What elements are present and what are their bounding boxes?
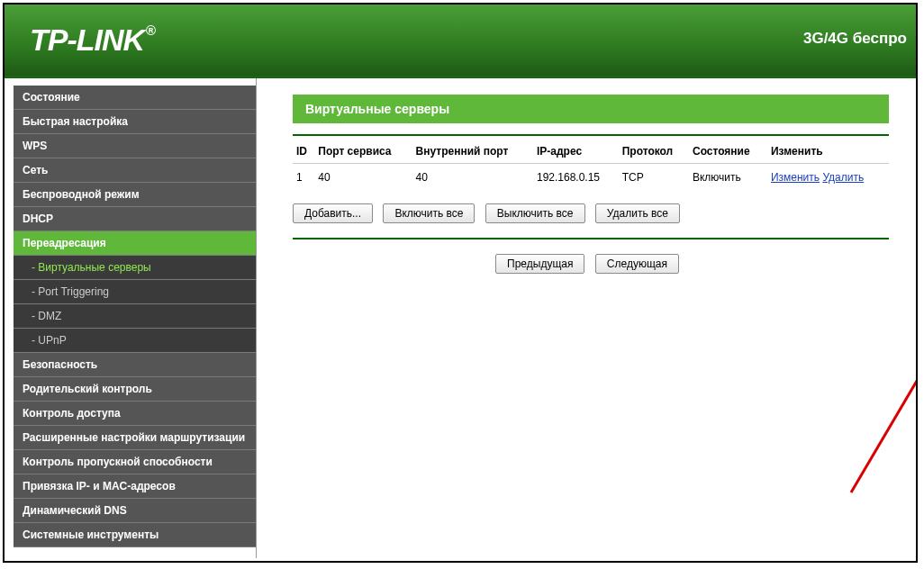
- registered-icon: ®: [146, 23, 155, 38]
- cell-ip: 192.168.0.15: [533, 164, 619, 192]
- sidebar-item-parental[interactable]: Родительский контроль: [14, 377, 256, 402]
- edit-link[interactable]: Изменить: [771, 171, 820, 184]
- cell-protocol: TCP: [619, 164, 689, 192]
- page-title: Виртуальные серверы: [293, 95, 889, 123]
- nav-row: Предыдущая Следующая: [293, 254, 889, 274]
- delete-all-button[interactable]: Удалить все: [595, 203, 680, 223]
- sidebar-item-routing[interactable]: Расширенные настройки маршрутизации: [14, 426, 256, 450]
- model-text: 3G/4G беспро: [803, 30, 907, 48]
- sidebar-item-virtual-servers[interactable]: - Виртуальные серверы: [14, 256, 256, 280]
- sidebar-item-access-control[interactable]: Контроль доступа: [14, 402, 256, 426]
- sidebar-item-dyndns[interactable]: Динамический DNS: [14, 499, 256, 523]
- sidebar-item-network[interactable]: Сеть: [14, 158, 256, 183]
- sidebar-item-wireless[interactable]: Беспроводной режим: [14, 183, 256, 207]
- next-button[interactable]: Следующая: [595, 254, 679, 274]
- cell-service-port: 40: [314, 164, 412, 192]
- col-internal-port: Внутренний порт: [412, 140, 533, 164]
- virtual-servers-table: ID Порт сервиса Внутренний порт IP-адрес…: [293, 140, 889, 191]
- sidebar-item-dhcp[interactable]: DHCP: [14, 207, 256, 231]
- sidebar-item-dmz[interactable]: - DMZ: [14, 304, 256, 329]
- sidebar-item-quick-setup[interactable]: Быстрая настройка: [14, 110, 256, 134]
- sidebar-item-port-triggering[interactable]: - Port Triggering: [14, 280, 256, 304]
- col-modify: Изменить: [767, 140, 889, 164]
- delete-link[interactable]: Удалить: [822, 171, 864, 184]
- table-header-row: ID Порт сервиса Внутренний порт IP-адрес…: [293, 140, 889, 164]
- divider: [293, 134, 889, 136]
- disable-all-button[interactable]: Выключить все: [485, 203, 585, 223]
- sidebar-item-system-tools[interactable]: Системные инструменты: [14, 523, 256, 547]
- col-protocol: Протокол: [619, 140, 689, 164]
- divider: [293, 238, 889, 239]
- add-button[interactable]: Добавить...: [293, 203, 373, 223]
- sidebar: Состояние Быстрая настройка WPS Сеть Бес…: [5, 78, 257, 558]
- enable-all-button[interactable]: Включить все: [383, 203, 475, 223]
- sidebar-item-security[interactable]: Безопасность: [14, 353, 256, 377]
- button-row: Добавить... Включить все Выключить все У…: [293, 203, 889, 223]
- menu-list: Состояние Быстрая настройка WPS Сеть Бес…: [14, 86, 256, 547]
- cell-status: Включить: [689, 164, 767, 192]
- sidebar-item-wps[interactable]: WPS: [14, 134, 256, 158]
- col-id: ID: [293, 140, 314, 164]
- cell-id: 1: [293, 164, 314, 192]
- main-panel: Виртуальные серверы ID Порт сервиса Внут…: [257, 78, 916, 558]
- col-service-port: Порт сервиса: [314, 140, 412, 164]
- prev-button[interactable]: Предыдущая: [495, 254, 584, 274]
- header-bar: TP-LINK® 3G/4G беспро: [5, 5, 916, 78]
- col-ip: IP-адрес: [533, 140, 619, 164]
- sidebar-item-forwarding[interactable]: Переадресация: [14, 231, 256, 256]
- logo: TP-LINK®: [30, 23, 155, 58]
- sidebar-item-upnp[interactable]: - UPnP: [14, 329, 256, 353]
- col-status: Состояние: [689, 140, 767, 164]
- sidebar-item-status[interactable]: Состояние: [14, 86, 256, 110]
- logo-text: TP-LINK: [30, 23, 144, 57]
- cell-actions: Изменить Удалить: [767, 164, 889, 192]
- table-row: 1 40 40 192.168.0.15 TCP Включить Измени…: [293, 164, 889, 192]
- cell-internal-port: 40: [412, 164, 533, 192]
- sidebar-item-ip-mac[interactable]: Привязка IP- и MAC-адресов: [14, 474, 256, 499]
- sidebar-item-bandwidth[interactable]: Контроль пропускной способности: [14, 450, 256, 474]
